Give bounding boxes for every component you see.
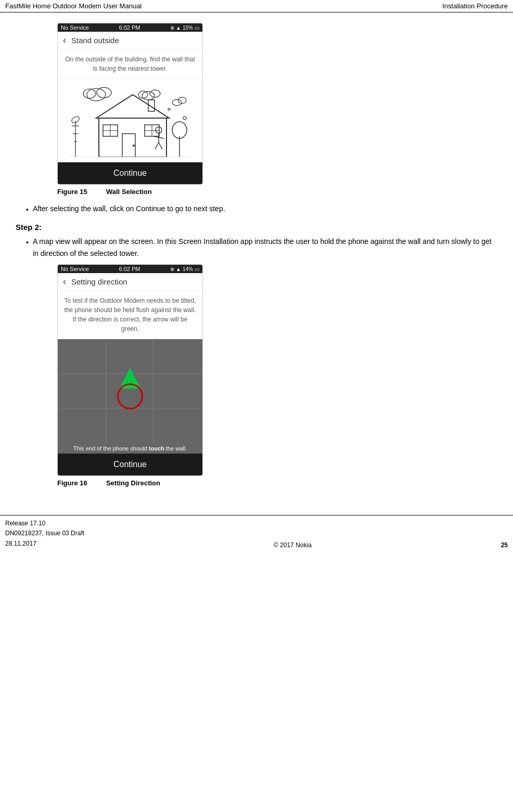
- svg-point-9: [183, 117, 186, 120]
- bullet-dot-1: •: [26, 204, 29, 215]
- phone-mockup-2: No Service 6:02 PM ⊕ ▲ 14% ▭ ‹ Setting d…: [57, 264, 203, 476]
- page-footer: Release 17.10 DN09218237, Issue 03 Draft…: [0, 515, 513, 552]
- status-time-2: 6:02 PM: [119, 266, 140, 272]
- status-bar-1: No Service 6:02 PM ⊕ ▲ 15% ▭: [58, 23, 202, 32]
- battery-label-1: 15%: [183, 25, 193, 31]
- svg-point-21: [156, 127, 162, 133]
- status-right-1: ⊕ ▲ 15% ▭: [170, 25, 199, 31]
- phone-description-2: To test if the Outdoor Modem needs to be…: [58, 291, 202, 339]
- svg-line-24: [155, 143, 159, 149]
- phone-nav-bar-2: ‹ Setting direction: [58, 273, 202, 291]
- svg-rect-10: [99, 118, 166, 157]
- figure15-label: Wall Selection: [106, 188, 152, 196]
- no-service-label-2: No Service: [61, 266, 89, 272]
- svg-point-7: [178, 97, 186, 104]
- svg-point-32: [71, 115, 81, 124]
- grid-v-1: [106, 339, 106, 443]
- footer-copyright: © 2017 Nokia: [274, 542, 312, 549]
- svg-point-14: [133, 145, 135, 147]
- figure16-caption: Figure 16 Setting Direction: [57, 479, 497, 487]
- map-grid: [58, 339, 202, 443]
- grid-v-2: [153, 339, 153, 443]
- battery-icon-1: ▭: [195, 25, 199, 31]
- main-content: No Service 6:02 PM ⊕ ▲ 15% ▭ ‹ Stand out…: [0, 12, 513, 505]
- svg-line-25: [159, 143, 162, 149]
- header-right: Installation Procedure: [442, 2, 508, 10]
- figure16-label: Setting Direction: [106, 479, 160, 487]
- bullet-dot-2: •: [26, 237, 29, 259]
- status-left-1: No Service: [61, 24, 89, 31]
- svg-point-0: [87, 88, 106, 101]
- step2-bullet: • A map view will appear on the screen. …: [26, 236, 497, 259]
- header-left: FastMile Home Outdoor Modem User Manual: [5, 2, 142, 10]
- back-arrow-icon-1[interactable]: ‹: [63, 35, 66, 46]
- continue-button-2[interactable]: Continue: [58, 454, 202, 475]
- touch-label-bold: touch: [149, 445, 164, 452]
- step1-bullet-text: After selecting the wall, click on Conti…: [33, 203, 225, 215]
- svg-marker-11: [96, 95, 169, 118]
- continue-button-1[interactable]: Continue: [58, 162, 202, 184]
- no-service-label-1: No Service: [61, 24, 89, 31]
- status-time-1: 6:02 PM: [119, 24, 140, 31]
- step1-bullet: • After selecting the wall, click on Con…: [26, 203, 497, 215]
- figure16-tab: [89, 479, 104, 487]
- footer-doc: DN09218237, Issue 03 Draft: [5, 529, 84, 538]
- phone-mockup-1: No Service 6:02 PM ⊕ ▲ 15% ▭ ‹ Stand out…: [57, 23, 203, 185]
- svg-point-5: [138, 91, 148, 98]
- footer-page: 25: [501, 542, 508, 549]
- figure16-number: Figure 16: [57, 479, 87, 487]
- touch-label-suffix: the wall.: [164, 445, 187, 452]
- svg-point-8: [168, 108, 170, 110]
- svg-point-6: [172, 99, 182, 106]
- status-left-2: No Service: [61, 266, 89, 272]
- step2-heading: Step 2:: [16, 223, 497, 231]
- house-illustration: [68, 84, 193, 157]
- phone-nav-title-1: Stand outside: [71, 36, 119, 45]
- back-arrow-icon-2[interactable]: ‹: [63, 276, 66, 287]
- phone-nav-title-2: Setting direction: [71, 277, 127, 286]
- signal-icon-2: ⊕ ▲: [170, 266, 181, 272]
- battery-icon-2: ▭: [195, 266, 199, 272]
- phone-description-1: On the outside of the building, find the…: [58, 49, 202, 79]
- page-header: FastMile Home Outdoor Modem User Manual …: [0, 0, 513, 12]
- svg-point-27: [172, 122, 187, 138]
- figure15-caption: Figure 15 Wall Selection: [57, 188, 497, 196]
- position-circle: [117, 383, 143, 409]
- touch-label: This end of the phone should touch the w…: [58, 443, 202, 454]
- status-right-2: ⊕ ▲ 14% ▭: [170, 266, 199, 272]
- touch-label-prefix: This end of the phone should: [73, 445, 149, 452]
- signal-icon-1: ⊕ ▲: [170, 25, 181, 31]
- footer-release: Release 17.10: [5, 519, 84, 529]
- figure15-tab: [89, 188, 104, 196]
- step2-bullet-text: A map view will appear on the screen. In…: [33, 236, 497, 259]
- battery-label-2: 14%: [183, 266, 193, 272]
- status-bar-2: No Service 6:02 PM ⊕ ▲ 14% ▭: [58, 265, 202, 273]
- svg-point-1: [97, 87, 111, 98]
- figure15-number: Figure 15: [57, 188, 87, 196]
- svg-point-4: [150, 90, 160, 97]
- phone-image-area-1: [58, 79, 202, 162]
- footer-left: Release 17.10 DN09218237, Issue 03 Draft…: [5, 519, 84, 549]
- footer-date: 28.11.2017: [5, 539, 84, 549]
- phone-nav-bar-1: ‹ Stand outside: [58, 32, 202, 49]
